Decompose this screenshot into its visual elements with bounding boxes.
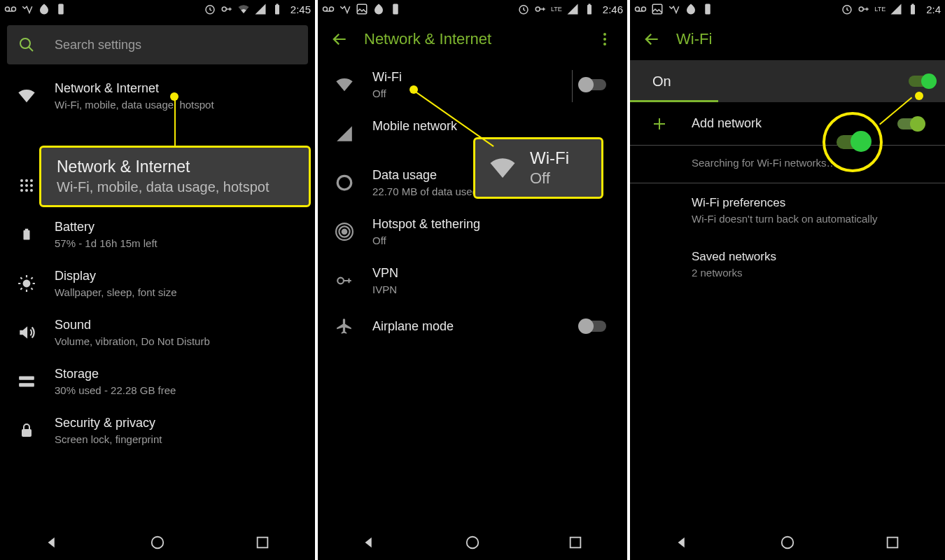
- nav-bar: [630, 525, 945, 560]
- row-wifi-preferences[interactable]: Wi-Fi preferences Wi-Fi doesn't turn bac…: [630, 183, 945, 237]
- lock-icon: [18, 422, 35, 439]
- svg-point-30: [603, 38, 606, 41]
- svg-rect-43: [911, 5, 915, 15]
- row-apps-notifications[interactable]: Apps & notificationsPermissions, default…: [0, 161, 315, 210]
- nav-back-icon[interactable]: [45, 535, 60, 550]
- nav-back-icon[interactable]: [675, 535, 690, 550]
- row-mobile-network[interactable]: Mobile network: [318, 109, 627, 158]
- svg-point-45: [782, 537, 794, 549]
- svg-point-5: [20, 38, 30, 48]
- battery-icon: [20, 225, 33, 244]
- nav-home-icon[interactable]: [150, 535, 165, 550]
- back-icon[interactable]: [330, 30, 349, 48]
- row-data-usage[interactable]: Data usage22.70 MB of data used: [318, 158, 627, 207]
- wifi-calling-icon: [668, 3, 680, 15]
- row-sound[interactable]: SoundVolume, vibration, Do Not Disturb: [0, 308, 315, 357]
- search-icon: [18, 36, 35, 53]
- add-network-toggle[interactable]: [897, 118, 924, 130]
- airplane-icon: [335, 317, 354, 335]
- nav-recent-icon[interactable]: [255, 535, 270, 550]
- header-title: Wi-Fi: [676, 30, 938, 48]
- signal-icon: [890, 3, 902, 15]
- alarm-icon: [517, 3, 530, 15]
- svg-rect-22: [258, 538, 268, 548]
- airplane-toggle[interactable]: [580, 321, 606, 332]
- row-security[interactable]: Security & privacyScreen lock, fingerpri…: [0, 406, 315, 455]
- search-settings[interactable]: Search settings: [7, 25, 308, 64]
- more-icon[interactable]: [596, 31, 613, 48]
- plus-icon: [651, 115, 668, 132]
- svg-point-10: [25, 184, 28, 187]
- status-bar: 2:45: [0, 0, 315, 18]
- phone-icon: [55, 3, 67, 15]
- row-storage[interactable]: Storage30% used - 22.28 GB free: [0, 357, 315, 406]
- status-time: 2:4: [926, 4, 941, 15]
- svg-rect-0: [58, 4, 64, 15]
- svg-point-42: [860, 7, 864, 11]
- brightness-icon: [18, 274, 36, 293]
- row-network-internet[interactable]: Network & InternetWi-Fi, mobile, data us…: [0, 71, 315, 120]
- row-battery[interactable]: Battery57% - 1d 16h 15m left: [0, 210, 315, 259]
- leaf-icon: [38, 3, 50, 15]
- add-network-row[interactable]: Add network: [630, 102, 945, 146]
- row-display[interactable]: DisplayWallpaper, sleep, font size: [0, 259, 315, 308]
- svg-point-17: [23, 280, 31, 288]
- wifi-toggle[interactable]: [580, 79, 606, 90]
- svg-point-31: [603, 43, 606, 46]
- signal-icon: [335, 125, 354, 143]
- nav-home-icon[interactable]: [780, 535, 795, 550]
- svg-rect-44: [912, 4, 914, 6]
- phone-network-internet: LTE 2:46 Network & Internet Wi-FiOff Mob…: [315, 0, 630, 560]
- wifi-master-toggle[interactable]: [909, 76, 935, 87]
- svg-rect-23: [357, 4, 367, 14]
- phone-icon: [701, 3, 714, 15]
- status-bar: LTE 2:46: [318, 0, 627, 18]
- nav-bar: [0, 525, 315, 560]
- voicemail-icon: [634, 3, 647, 15]
- svg-point-36: [337, 278, 344, 284]
- hotspot-icon: [335, 223, 354, 241]
- svg-point-33: [342, 230, 347, 234]
- row-saved-networks[interactable]: Saved networks 2 networks: [630, 237, 945, 291]
- status-time: 2:45: [290, 4, 311, 15]
- svg-rect-18: [19, 376, 34, 379]
- wifi-icon: [17, 86, 36, 106]
- row-wifi[interactable]: Wi-FiOff: [318, 60, 627, 109]
- svg-rect-16: [25, 229, 29, 230]
- battery-icon: [906, 3, 919, 15]
- wifi-calling-icon: [21, 3, 34, 15]
- row-hotspot[interactable]: Hotspot & tetheringOff: [318, 207, 627, 256]
- nav-bar: [318, 525, 627, 560]
- back-icon[interactable]: [643, 30, 661, 48]
- header-title: Network & Internet: [364, 30, 596, 48]
- nav-home-icon[interactable]: [465, 535, 480, 550]
- wifi-icon: [335, 75, 354, 94]
- data-usage-icon: [335, 174, 354, 192]
- svg-point-8: [30, 179, 33, 182]
- voicemail-icon: [4, 3, 17, 15]
- battery-icon: [271, 3, 284, 15]
- phone-settings: 2:45 Search settings Network & InternetW…: [0, 0, 315, 560]
- svg-point-12: [20, 189, 23, 192]
- alarm-icon: [841, 3, 853, 15]
- svg-point-13: [25, 189, 28, 192]
- nav-recent-icon[interactable]: [885, 535, 900, 550]
- row-airplane[interactable]: Airplane mode: [318, 305, 627, 347]
- volume-icon: [18, 323, 36, 342]
- svg-rect-39: [652, 4, 662, 14]
- svg-point-11: [30, 184, 33, 187]
- svg-point-32: [337, 176, 351, 190]
- svg-point-14: [30, 189, 33, 192]
- key-icon: [534, 3, 547, 15]
- header: Wi-Fi: [630, 18, 945, 60]
- wifi-on-bar[interactable]: On: [630, 60, 945, 102]
- svg-rect-4: [276, 4, 278, 6]
- nav-recent-icon[interactable]: [568, 535, 583, 550]
- svg-point-6: [20, 179, 23, 182]
- leaf-icon: [685, 3, 697, 15]
- nav-back-icon[interactable]: [362, 535, 377, 550]
- status-time: 2:46: [603, 4, 623, 15]
- svg-rect-27: [587, 5, 592, 15]
- row-vpn[interactable]: VPNIVPN: [318, 256, 627, 305]
- svg-rect-40: [705, 4, 710, 15]
